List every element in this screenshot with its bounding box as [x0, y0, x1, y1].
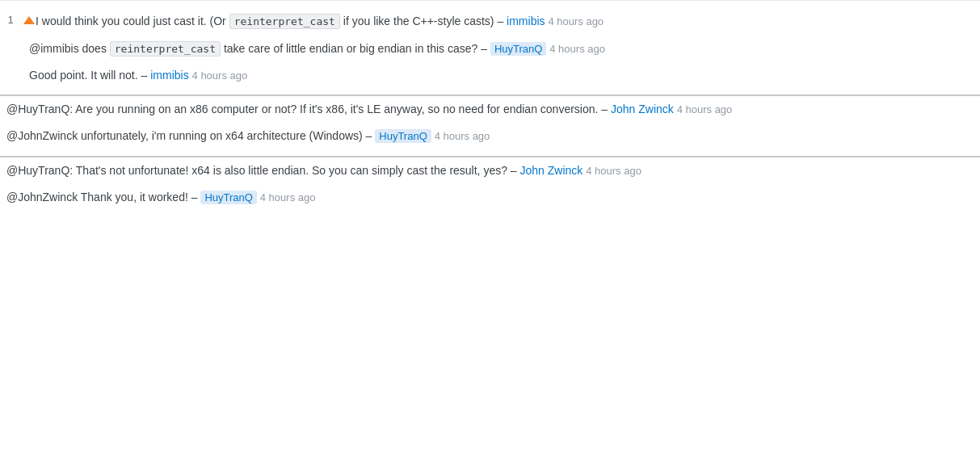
- reply-area-1: @immibis does reinterpret_cast take care…: [0, 36, 980, 89]
- comment-block-3: @HuyTranQ: That's not unfortunate! x64 i…: [0, 156, 980, 217]
- reply-2-2: @JohnZwinck unfortunately, i'm running o…: [6, 123, 980, 149]
- user-link-johnzwinck-1[interactable]: John Zwinck: [611, 103, 674, 115]
- timestamp-reply-2-2: 4 hours ago: [435, 130, 490, 142]
- user-tag-huytranq-1[interactable]: HuyTranQ: [490, 42, 546, 56]
- user-tag-huytranq-2[interactable]: HuyTranQ: [375, 129, 431, 143]
- upvote-icon-1[interactable]: [23, 16, 35, 24]
- reply-area-3: @HuyTranQ: That's not unfortunate! x64 i…: [0, 157, 980, 211]
- timestamp-1: 4 hours ago: [548, 15, 604, 27]
- timestamp-reply-2-1: 4 hours ago: [677, 103, 733, 115]
- timestamp-reply-1-2: 4 hours ago: [192, 69, 248, 82]
- vote-count-1: 1: [7, 14, 13, 26]
- user-link-immibis-2[interactable]: immibis: [150, 69, 188, 82]
- code-reinterpret-cast-2: reinterpret_cast: [110, 41, 221, 57]
- comment-block-2: @HuyTranQ: Are you running on an x86 com…: [0, 94, 980, 156]
- user-link-immibis-1[interactable]: immibis: [507, 15, 545, 27]
- reply-3-2: @JohnZwinck Thank you, it worked! – HuyT…: [6, 184, 980, 211]
- reply-area-2: @HuyTranQ: Are you running on an x86 com…: [0, 96, 980, 149]
- comments-container: 1 I would think you could just cast it. …: [0, 0, 980, 217]
- user-link-johnzwinck-2[interactable]: John Zwinck: [520, 164, 583, 177]
- comment-row-1: 1 I would think you could just cast it. …: [0, 7, 980, 36]
- comment-text-1: I would think you could just cast it. (O…: [36, 15, 604, 27]
- vote-area-1: 1: [6, 12, 36, 26]
- code-reinterpret-cast-1: reinterpret_cast: [229, 14, 340, 29]
- timestamp-reply-1-1: 4 hours ago: [549, 43, 605, 55]
- comment-block-1: 1 I would think you could just cast it. …: [0, 0, 980, 94]
- reply-3-1: @HuyTranQ: That's not unfortunate! x64 i…: [6, 157, 980, 184]
- reply-2-1: @HuyTranQ: Are you running on an x86 com…: [6, 96, 980, 123]
- comment-content-1: I would think you could just cast it. (O…: [36, 12, 974, 31]
- timestamp-reply-3-2: 4 hours ago: [260, 191, 316, 203]
- reply-1-1: @immibis does reinterpret_cast take care…: [29, 36, 980, 62]
- vote-row-1: 1: [7, 14, 34, 26]
- reply-1-2: Good point. It will not. – immibis 4 hou…: [29, 62, 980, 89]
- timestamp-reply-3-1: 4 hours ago: [586, 165, 641, 177]
- user-tag-huytranq-3[interactable]: HuyTranQ: [200, 191, 256, 204]
